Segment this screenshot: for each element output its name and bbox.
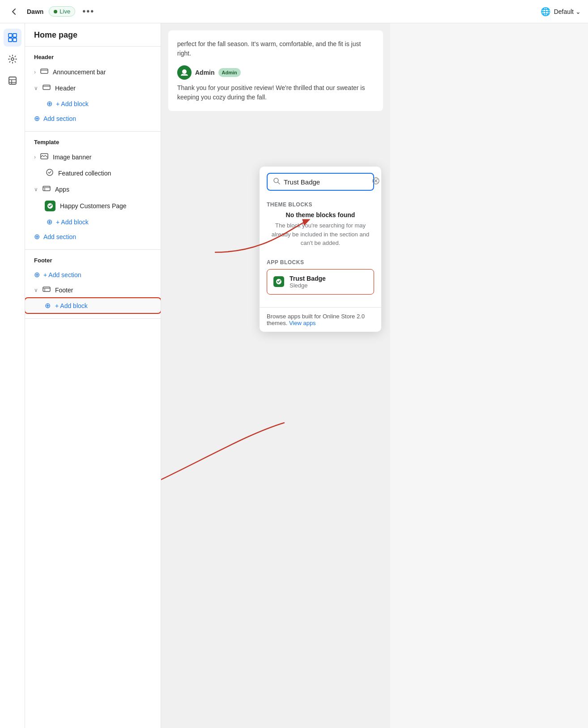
- featured-collection-item[interactable]: Featured collection: [25, 165, 161, 181]
- announcement-bar-label: Announcement bar: [53, 69, 106, 76]
- more-options[interactable]: •••: [82, 6, 94, 17]
- no-blocks-title: No theme blocks found: [267, 211, 374, 218]
- add-section-template[interactable]: ⊕ Add section: [25, 229, 161, 244]
- footer-label: Footer: [55, 287, 73, 294]
- live-badge: Live: [49, 6, 75, 17]
- svg-rect-18: [43, 287, 50, 291]
- apps-item[interactable]: ∨ Apps: [25, 181, 161, 197]
- add-section-header[interactable]: ⊕ Add section: [25, 111, 161, 126]
- featured-collection-icon: [46, 168, 54, 178]
- search-icon: [273, 177, 280, 186]
- footer-section-icon: [43, 285, 51, 295]
- featured-collection-label: Featured collection: [58, 170, 111, 177]
- nav-panel: Home page Header › Announcement bar ∨: [25, 23, 161, 728]
- add-block-header-label: + Add block: [56, 100, 89, 107]
- add-section-footer[interactable]: ⊕ + Add section: [25, 267, 161, 282]
- svg-line-22: [278, 182, 280, 184]
- add-block-template-label: + Add block: [56, 218, 89, 226]
- svg-point-4: [11, 58, 14, 60]
- search-box: [267, 173, 374, 191]
- trust-badge-info: Trust Badge Sledge: [290, 275, 326, 289]
- header-item[interactable]: ∨ Header: [25, 80, 161, 96]
- trust-badge-name: Trust Badge: [290, 275, 326, 282]
- block-search-popup: THEME BLOCKS No theme blocks found The b…: [260, 167, 381, 332]
- popup-footer: Browse apps built for Online Store 2.0 t…: [260, 307, 381, 332]
- clear-search-button[interactable]: [372, 177, 379, 186]
- add-section-footer-label: + Add section: [43, 271, 81, 278]
- topbar: Dawn Live ••• 🌐 Default ⌄: [0, 0, 588, 23]
- template-group-label: Template: [25, 137, 161, 149]
- trust-badge-app-icon: [273, 276, 284, 287]
- apps-label: Apps: [55, 186, 69, 193]
- admin-avatar: [177, 65, 192, 80]
- footer-item[interactable]: ∨ Footer: [25, 282, 161, 298]
- store-name: Dawn: [27, 8, 43, 15]
- image-banner-item[interactable]: › Image banner: [25, 149, 161, 165]
- chevron-down-icon-3: ∨: [34, 287, 38, 293]
- admin-name: Admin: [195, 68, 215, 77]
- preview-panel: perfect for the fall season. It's warm, …: [161, 23, 390, 728]
- svg-rect-11: [43, 85, 50, 90]
- header-label: Header: [55, 85, 76, 92]
- admin-reply: Thank you for your positive review! We'r…: [177, 83, 374, 102]
- plus-circle-icon-5: ⊕: [34, 270, 40, 279]
- admin-badge: Admin: [218, 68, 241, 77]
- app-blocks-section: Trust Badge Sledge: [260, 269, 381, 307]
- trust-badge-block-item[interactable]: Trust Badge Sledge: [267, 269, 374, 295]
- svg-rect-2: [9, 38, 12, 42]
- plus-circle-icon-6: ⊕: [45, 301, 51, 310]
- plus-circle-icon-2: ⊕: [34, 114, 40, 123]
- add-section-template-label: Add section: [43, 233, 76, 240]
- admin-row: Admin Admin: [177, 65, 374, 80]
- add-section-header-label: Add section: [43, 115, 76, 122]
- plus-circle-icon: ⊕: [47, 99, 52, 108]
- sections-nav-button[interactable]: [4, 29, 21, 47]
- globe-icon: 🌐: [541, 7, 550, 17]
- template-section-group: Template › Image banner: [25, 132, 161, 250]
- svg-rect-3: [13, 38, 17, 42]
- arrow-overlay: [161, 23, 390, 728]
- announcement-bar-item[interactable]: › Announcement bar: [25, 64, 161, 80]
- apps-section-icon: [43, 184, 51, 194]
- search-input[interactable]: [284, 178, 369, 186]
- add-block-footer-label: + Add block: [55, 302, 88, 309]
- settings-nav-button[interactable]: [4, 50, 21, 68]
- image-banner-label: Image banner: [53, 154, 91, 161]
- image-banner-icon: [40, 152, 48, 162]
- main-layout: Home page Header › Announcement bar ∨: [0, 23, 390, 728]
- svg-rect-9: [41, 69, 48, 73]
- add-block-footer[interactable]: ⊕ + Add block: [25, 298, 161, 313]
- happy-customers-item[interactable]: Happy Customers Page: [25, 197, 161, 214]
- svg-rect-5: [9, 77, 16, 84]
- happy-customers-label: Happy Customers Page: [60, 202, 127, 210]
- back-button[interactable]: [7, 4, 21, 19]
- default-selector[interactable]: Default ⌄: [554, 8, 581, 15]
- icon-sidebar: [0, 23, 25, 728]
- header-section-icon: [43, 83, 51, 93]
- header-section-group: Header › Announcement bar ∨: [25, 47, 161, 132]
- view-apps-link[interactable]: View apps: [289, 320, 316, 326]
- add-block-template[interactable]: ⊕ + Add block: [25, 214, 161, 229]
- app-blocks-title: APP BLOCKS: [260, 255, 381, 269]
- svg-rect-15: [43, 186, 50, 191]
- app-icon: [45, 201, 55, 211]
- page-title: Home page: [25, 23, 161, 47]
- theme-blocks-title: THEME BLOCKS: [260, 197, 381, 211]
- no-theme-blocks-section: No theme blocks found The block you're s…: [260, 211, 381, 255]
- add-block-header[interactable]: ⊕ + Add block: [25, 96, 161, 111]
- apps-nav-button[interactable]: [4, 72, 21, 90]
- section-icon: [40, 67, 48, 77]
- svg-rect-1: [13, 34, 17, 37]
- chevron-down-icon: ∨: [34, 85, 38, 91]
- plus-circle-icon-4: ⊕: [34, 232, 40, 241]
- header-group-label: Header: [25, 52, 161, 64]
- review-text: perfect for the fall season. It's warm, …: [177, 39, 374, 58]
- footer-section-group: Footer ⊕ + Add section ∨ Footer ⊕: [25, 250, 161, 319]
- search-row: [260, 167, 381, 197]
- chevron-down-icon-2: ∨: [34, 186, 38, 193]
- trust-badge-sub: Sledge: [290, 282, 326, 289]
- chevron-right-icon-2: ›: [34, 154, 36, 160]
- chevron-right-icon: ›: [34, 69, 36, 75]
- no-blocks-desc: The block you're searching for may alrea…: [267, 221, 374, 248]
- svg-rect-0: [9, 34, 12, 37]
